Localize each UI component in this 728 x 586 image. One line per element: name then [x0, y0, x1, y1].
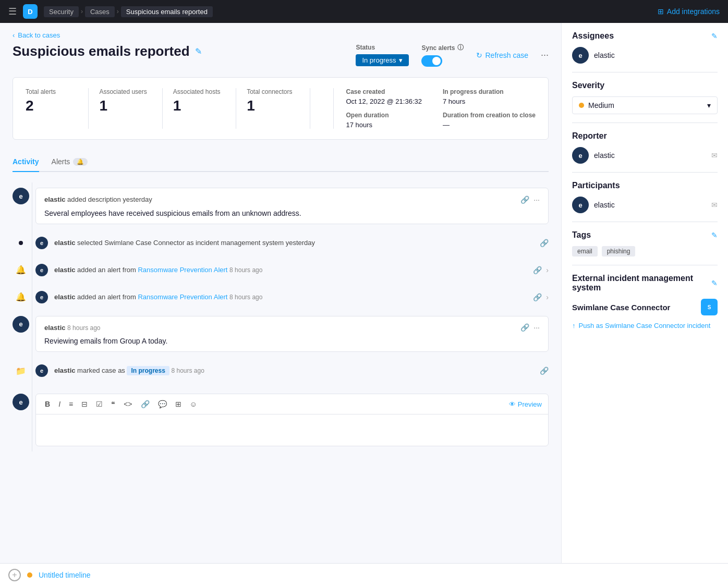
external-incident-section: External incident management system ✎ Sw…	[572, 274, 718, 329]
link-icon-6[interactable]: 🔗	[540, 367, 549, 375]
comment-editor: B I ≡ ⊟ ☑ ❝ <> 🔗 💬 ⊞ ☺ 👁	[35, 394, 549, 446]
breadcrumb-current: Suspicious emails reported	[121, 6, 213, 17]
emoji-button[interactable]: ☺	[187, 398, 200, 410]
preview-button[interactable]: 👁 Preview	[509, 400, 542, 408]
in-progress-badge: In progress	[127, 366, 169, 375]
assignee-row: e elastic	[572, 47, 718, 64]
add-integrations-button[interactable]: ⊞ Add integrations	[658, 7, 720, 16]
align-button[interactable]: ≡	[66, 398, 76, 410]
left-panel: ‹ Back to cases Suspicious emails report…	[0, 23, 561, 563]
code-button[interactable]: <>	[121, 398, 135, 410]
refresh-case-button[interactable]: ↻ Refresh case	[476, 51, 528, 59]
tab-activity[interactable]: Activity	[13, 152, 39, 172]
tab-alerts[interactable]: Alerts 🔔	[52, 152, 88, 172]
breadcrumb-cases[interactable]: Cases	[85, 6, 115, 17]
header-right-controls: Status In progress ▾ Sync alerts ⓘ	[356, 43, 549, 67]
refresh-icon: ↻	[476, 51, 482, 59]
link-icon-5[interactable]: 🔗	[520, 323, 529, 332]
timeline-link[interactable]: Untitled timeline	[39, 571, 91, 579]
reporter-name: elastic	[594, 151, 615, 160]
bold-button[interactable]: B	[42, 398, 53, 410]
connector-row: Swimlane Case Connector S	[572, 299, 718, 315]
hamburger-icon[interactable]: ☰	[8, 6, 17, 17]
back-arrow-icon: ‹	[13, 31, 15, 39]
table-button[interactable]: ⊞	[173, 398, 184, 410]
sync-block: Sync alerts ⓘ	[421, 43, 463, 67]
dot-icon	[13, 235, 29, 251]
avatar-status: e	[35, 364, 48, 377]
integrations-icon: ⊞	[658, 7, 664, 16]
ordered-list-button[interactable]: ⊟	[79, 398, 90, 410]
assignees-section-header: Assignees ✎	[572, 31, 718, 41]
page-title: Suspicious emails reported	[13, 43, 190, 59]
back-to-cases-link[interactable]: ‹ Back to cases	[13, 31, 549, 39]
info-icon: ⓘ	[457, 43, 464, 52]
reporter-avatar: e	[572, 147, 589, 164]
alert-2-link[interactable]: Ransomware Prevention Alert	[138, 293, 227, 301]
link-icon-3[interactable]: 🔗	[533, 266, 542, 274]
timeline-status-dot	[27, 572, 32, 578]
participant-avatar: e	[572, 197, 589, 213]
unordered-list-button[interactable]: ☑	[93, 398, 105, 410]
mail-icon[interactable]: ✉	[711, 151, 718, 160]
link-button[interactable]: 🔗	[138, 398, 152, 410]
stats-card: Total alerts 2 Associated users 1 Associ…	[13, 77, 549, 140]
edit-ext-icon[interactable]: ✎	[711, 279, 718, 287]
edit-assignees-icon[interactable]: ✎	[711, 32, 718, 40]
activity-description: e elastic added description yesterday 🔗 …	[13, 182, 549, 229]
top-navigation: ☰ D Security › Cases › Suspicious emails…	[0, 0, 728, 23]
participants-section-header: Participants	[572, 181, 718, 190]
severity-dot	[579, 103, 584, 108]
status-dropdown[interactable]: In progress ▾	[356, 54, 409, 66]
breadcrumb-security[interactable]: Security	[44, 6, 79, 17]
description-card: elastic added description yesterday 🔗 ··…	[35, 188, 549, 224]
expand-icon-2[interactable]: ›	[546, 293, 549, 301]
severity-value: Medium	[588, 101, 614, 109]
more-icon[interactable]: ···	[533, 196, 540, 204]
assignee-avatar: e	[572, 47, 589, 64]
bell-icon-1: 🔔	[13, 262, 29, 278]
expand-icon-1[interactable]: ›	[546, 266, 549, 274]
link-icon-4[interactable]: 🔗	[533, 293, 542, 301]
reporter-row: e elastic ✉	[572, 147, 718, 164]
alert-1-link[interactable]: Ransomware Prevention Alert	[138, 266, 227, 274]
avatar-comment: e	[13, 316, 29, 333]
associated-hosts-stat: Associated hosts 1	[173, 88, 236, 129]
comment-button[interactable]: 💬	[155, 398, 169, 410]
activity-alert-2: 🔔 e elastic added an alert from Ransomwa…	[13, 284, 549, 311]
folder-icon: 📁	[13, 362, 29, 379]
chevron-down-icon: ▾	[399, 56, 403, 64]
quote-button[interactable]: ❝	[108, 398, 118, 410]
mail-icon-participant[interactable]: ✉	[711, 201, 718, 209]
edit-tags-icon[interactable]: ✎	[711, 231, 718, 239]
push-swimlane-button[interactable]: ↑ Push as Swimlane Case Connector incide…	[572, 322, 710, 329]
in-progress-duration-block: In progress duration 7 hours Duration fr…	[443, 88, 536, 129]
activity-alert-1: 🔔 e elastic added an alert from Ransomwa…	[13, 257, 549, 284]
activity-list: e elastic added description yesterday 🔗 …	[13, 182, 549, 451]
sync-toggle[interactable]	[421, 55, 442, 67]
edit-title-icon[interactable]: ✎	[195, 46, 202, 56]
app-logo: D	[23, 4, 38, 19]
bottom-bar: + Untitled timeline	[0, 563, 728, 586]
right-panel: Assignees ✎ e elastic Severity Medium ▾	[561, 23, 728, 563]
eye-icon: 👁	[509, 400, 516, 408]
activity-status-change: 📁 e elastic marked case as In progress 8…	[13, 357, 549, 384]
tabs: Activity Alerts 🔔	[13, 152, 549, 172]
more-options-icon[interactable]: ···	[541, 50, 549, 60]
avatar-editor: e	[13, 394, 29, 410]
more-icon-2[interactable]: ···	[533, 323, 540, 332]
add-timeline-button[interactable]: +	[8, 569, 21, 581]
avatar-description: e	[13, 188, 29, 204]
total-alerts-stat: Total alerts 2	[26, 88, 89, 129]
bell-icon-2: 🔔	[13, 289, 29, 306]
avatar-swimlane: e	[35, 237, 48, 249]
page-header: Suspicious emails reported ✎ Status In p…	[13, 43, 549, 67]
svg-text:S: S	[708, 304, 711, 310]
swimlane-connector-icon: S	[701, 299, 718, 315]
link-icon-2[interactable]: 🔗	[540, 239, 549, 247]
tags-row: email phishing	[572, 246, 718, 257]
link-icon[interactable]: 🔗	[520, 196, 529, 204]
editor-body[interactable]	[36, 414, 548, 446]
italic-button[interactable]: I	[56, 398, 63, 410]
severity-select[interactable]: Medium ▾	[572, 96, 718, 114]
